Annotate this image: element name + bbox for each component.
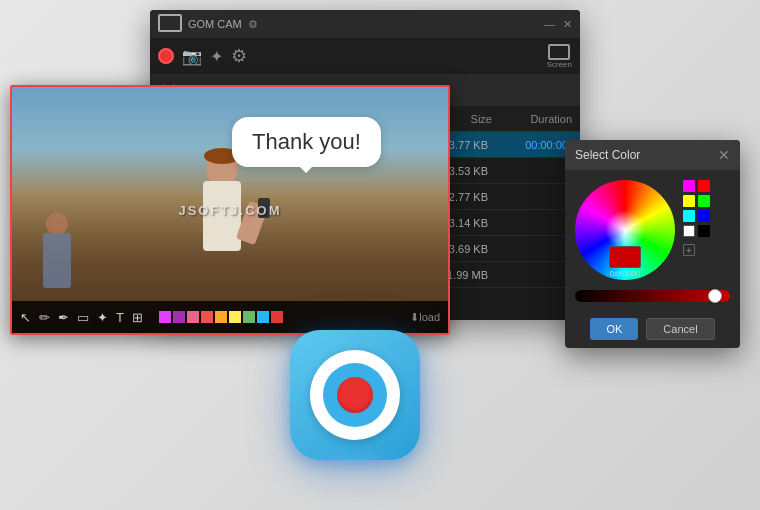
shape-tool[interactable]: ▭ xyxy=(77,310,89,325)
titlebar: GOM CAM ⚙ — ✕ xyxy=(150,10,580,38)
close-button[interactable]: ✕ xyxy=(563,18,572,31)
swatch-darkred[interactable] xyxy=(271,311,283,323)
swatch-purple[interactable] xyxy=(159,311,171,323)
app-icon-inner-ring xyxy=(323,363,387,427)
watermark: JSOFTJ.COM xyxy=(178,203,281,218)
swatch-orange[interactable] xyxy=(215,311,227,323)
color-swatches-panel: + xyxy=(683,180,713,280)
edit-toolbar: ↖ ✏ ✒ ▭ ✦ T ⊞ ⬇load xyxy=(12,301,448,333)
swatch-purple2[interactable] xyxy=(173,311,185,323)
color-dialog-titlebar: Select Color ✕ xyxy=(565,140,740,170)
swatch-blue[interactable] xyxy=(257,311,269,323)
swatch-magenta[interactable] xyxy=(683,180,695,192)
effects-icon[interactable]: ✦ xyxy=(210,47,223,66)
swatch-white[interactable] xyxy=(683,225,695,237)
speech-bubble: Thank you! xyxy=(232,117,381,167)
capture-photo: JSOFTJ.COM Thank you! xyxy=(12,87,448,333)
swatch-lime[interactable] xyxy=(698,195,710,207)
color-swatches-bar xyxy=(159,311,283,323)
col-duration: Duration xyxy=(500,113,580,125)
swatch-yellow[interactable] xyxy=(683,195,695,207)
minimize-button[interactable]: — xyxy=(544,18,555,31)
swatch-blue[interactable] xyxy=(698,210,710,222)
record-toolbar: 📷 ✦ ⚙ Screen xyxy=(150,38,580,74)
swatch-red[interactable] xyxy=(698,180,710,192)
app-icon-ring xyxy=(310,350,400,440)
pencil-tool[interactable]: ✏ xyxy=(39,310,50,325)
window-title: GOM CAM xyxy=(188,18,242,30)
swatch-black[interactable] xyxy=(698,225,710,237)
app-icon-reflection xyxy=(305,448,405,468)
file-duration: 00:00:00 xyxy=(496,139,576,151)
color-hex-value: 0xff0000 xyxy=(609,269,641,278)
color-dialog-close-button[interactable]: ✕ xyxy=(718,147,730,163)
swatch-red[interactable] xyxy=(201,311,213,323)
brightness-slider-row[interactable] xyxy=(565,290,740,310)
gear-icon[interactable]: ⚙ xyxy=(248,18,258,31)
add-swatch-button[interactable]: + xyxy=(683,244,695,256)
swatch-yellow[interactable] xyxy=(229,311,241,323)
person-figure-2 xyxy=(32,213,82,313)
download-icon[interactable]: ⬇load xyxy=(410,311,440,324)
swatch-cyan[interactable] xyxy=(683,210,695,222)
color-preview xyxy=(609,246,641,268)
capture-window: JSOFTJ.COM Thank you! ↖ ✏ ✒ ▭ ✦ T ⊞ ⬇loa… xyxy=(10,85,450,335)
color-dialog-body: 0xff0000 + xyxy=(565,170,740,290)
swatch-pink[interactable] xyxy=(187,311,199,323)
pen-tool[interactable]: ✒ xyxy=(58,310,69,325)
ok-button[interactable]: OK xyxy=(590,318,638,340)
slider-handle[interactable] xyxy=(708,289,722,303)
camera-icon[interactable]: 📷 xyxy=(182,47,202,66)
person-figure xyxy=(182,153,262,303)
mosaic-tool[interactable]: ⊞ xyxy=(132,310,143,325)
cancel-button[interactable]: Cancel xyxy=(646,318,714,340)
speech-bubble-text: Thank you! xyxy=(252,129,361,154)
settings-icon[interactable]: ⚙ xyxy=(231,45,247,67)
app-icon-dot xyxy=(337,377,373,413)
color-wheel-container[interactable]: 0xff0000 xyxy=(575,180,675,280)
color-dialog-title: Select Color xyxy=(575,148,640,162)
app-icon-gomcam xyxy=(290,330,420,460)
record-button[interactable] xyxy=(158,48,174,64)
app-icon-outer xyxy=(290,330,420,460)
text-tool[interactable]: T xyxy=(116,310,124,325)
star-tool[interactable]: ✦ xyxy=(97,310,108,325)
screen-label: Screen xyxy=(547,60,572,69)
color-dialog: Select Color ✕ 0xff0000 xyxy=(565,140,740,348)
swatch-green[interactable] xyxy=(243,311,255,323)
color-dialog-footer: OK Cancel xyxy=(565,310,740,348)
app-icon-small xyxy=(158,14,182,32)
cursor-tool[interactable]: ↖ xyxy=(20,310,31,325)
brightness-slider[interactable] xyxy=(575,290,730,302)
